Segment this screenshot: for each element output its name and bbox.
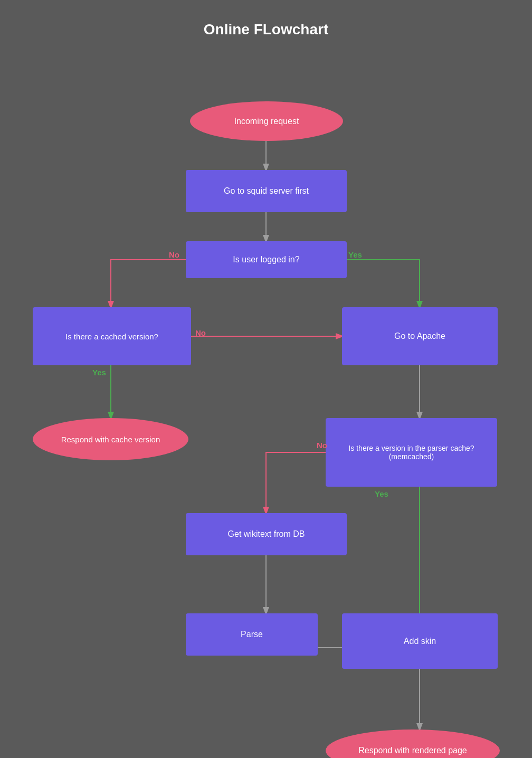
cached-version-node: Is there a cached version? [33,307,191,365]
parser-cache-node: Is there a version in the parser cache? … [326,418,497,487]
get-wikitext-node: Get wikitext from DB [186,513,347,555]
parse-node: Parse [186,613,318,656]
add-skin-node: Add skin [342,613,498,669]
cached-no-label: No [195,328,206,337]
cached-yes-label: Yes [92,368,106,377]
incoming-request-node: Incoming request [190,101,343,141]
flowchart: Incoming request Go to squid server firs… [0,38,532,758]
respond-cache-node: Respond with cache version [33,418,188,460]
user-logged-in-node: Is user logged in? [186,241,347,278]
respond-rendered-node: Respond with rendered page [326,729,500,758]
parser-yes-label: Yes [375,489,388,498]
page-title: Online FLowchart [0,0,532,38]
go-apache-node: Go to Apache [342,307,498,365]
parser-no-label: No [317,441,327,450]
logged-in-yes-label: Yes [348,250,362,259]
squid-server-node: Go to squid server first [186,170,347,212]
logged-in-no-label: No [169,250,179,259]
